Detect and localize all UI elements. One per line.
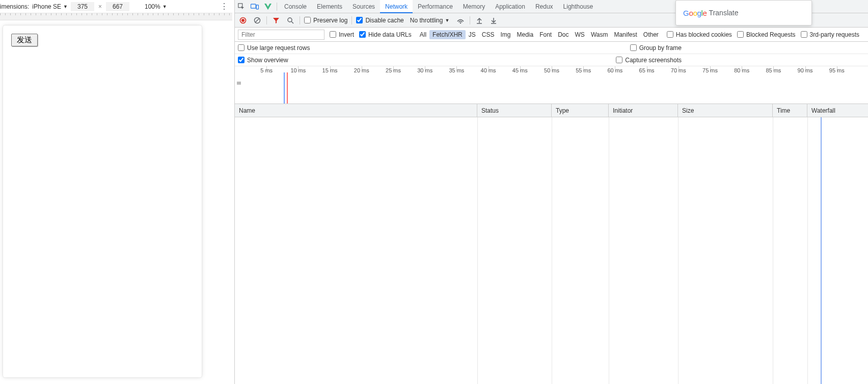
- overview-tick-label: 15 ms: [322, 67, 338, 73]
- export-har-icon[interactable]: [489, 15, 499, 25]
- tab-sources[interactable]: Sources: [347, 0, 380, 13]
- type-fetch-xhr[interactable]: Fetch/XHR: [429, 30, 466, 39]
- has-blocked-cookies-input[interactable]: [667, 31, 673, 38]
- type-manifest[interactable]: Manifest: [611, 30, 640, 39]
- ruler-tick: [15, 13, 16, 15]
- record-icon[interactable]: [238, 15, 248, 25]
- options-row-2: Show overview Capture screenshots: [235, 54, 868, 66]
- type-doc[interactable]: Doc: [555, 30, 572, 39]
- ruler-tick: [204, 13, 204, 15]
- capture-screenshots-input[interactable]: [616, 57, 622, 63]
- invert-checkbox[interactable]: Invert: [330, 31, 354, 38]
- col-divider: [678, 117, 679, 384]
- vue-icon[interactable]: [261, 0, 275, 13]
- third-party-input[interactable]: [801, 31, 807, 38]
- use-large-rows-input[interactable]: [238, 44, 245, 51]
- tab-performance[interactable]: Performance: [413, 0, 458, 13]
- group-by-frame-input[interactable]: [630, 44, 637, 51]
- hide-data-urls-checkbox[interactable]: Hide data URLs: [359, 31, 412, 38]
- ruler-tick: [117, 13, 118, 15]
- has-blocked-cookies-label: Has blocked cookies: [676, 31, 732, 38]
- type-all[interactable]: All: [417, 30, 429, 39]
- zoom-select[interactable]: 100% ▼: [145, 3, 167, 10]
- col-time[interactable]: Time: [773, 104, 807, 117]
- ruler-tick: [163, 13, 164, 15]
- group-by-frame-checkbox[interactable]: Group by frame: [630, 44, 682, 52]
- svg-line-6: [255, 18, 259, 22]
- disable-cache-input[interactable]: [356, 17, 363, 23]
- invert-input[interactable]: [330, 31, 336, 38]
- ruler-tick: [122, 13, 123, 15]
- use-large-rows-checkbox[interactable]: Use large request rows: [238, 44, 310, 52]
- filter-input[interactable]: [238, 30, 324, 40]
- svg-point-4: [241, 19, 245, 22]
- type-ws[interactable]: WS: [572, 30, 588, 39]
- separator: [300, 16, 300, 24]
- type-media[interactable]: Media: [513, 30, 536, 39]
- hide-data-urls-input[interactable]: [359, 31, 366, 38]
- timeline-overview[interactable]: 5 ms10 ms15 ms20 ms25 ms30 ms35 ms40 ms4…: [235, 66, 868, 104]
- zoom-value: 100%: [145, 3, 160, 10]
- disable-cache-checkbox[interactable]: Disable cache: [356, 17, 403, 24]
- throttling-select[interactable]: No throttling ▼: [408, 17, 452, 24]
- overview-tick-label: 70 ms: [671, 67, 686, 73]
- third-party-label: 3rd-party requests: [810, 31, 859, 38]
- kebab-icon[interactable]: ⋮: [220, 2, 228, 11]
- has-blocked-cookies-checkbox[interactable]: Has blocked cookies: [667, 31, 732, 38]
- col-status[interactable]: Status: [477, 104, 552, 117]
- type-wasm[interactable]: Wasm: [588, 30, 611, 39]
- type-img[interactable]: Img: [497, 30, 513, 39]
- import-har-icon[interactable]: [474, 15, 484, 25]
- overview-tick-label: 65 ms: [639, 67, 655, 73]
- dimensions-label: imensions:: [0, 3, 29, 10]
- col-waterfall[interactable]: Waterfall: [807, 104, 868, 117]
- tab-network[interactable]: Network: [380, 0, 413, 13]
- filter-icon[interactable]: [271, 15, 281, 25]
- width-input[interactable]: [71, 2, 94, 11]
- third-party-checkbox[interactable]: 3rd-party requests: [801, 31, 859, 38]
- google-translate-popup[interactable]: Google Translate: [675, 0, 812, 25]
- preserve-log-checkbox[interactable]: Preserve log: [304, 17, 347, 24]
- group-by-frame-label: Group by frame: [639, 44, 682, 52]
- col-name[interactable]: Name: [235, 104, 477, 117]
- device-toggle-icon[interactable]: [248, 0, 261, 13]
- show-overview-label: Show overview: [247, 57, 288, 64]
- col-initiator[interactable]: Initiator: [609, 104, 678, 117]
- caret-down-icon: ▼: [162, 4, 167, 9]
- ruler-tick: [188, 13, 189, 15]
- ruler-tick: [214, 13, 214, 15]
- search-icon[interactable]: [285, 15, 295, 25]
- send-button[interactable]: 发送: [11, 34, 38, 46]
- show-overview-input[interactable]: [238, 57, 245, 63]
- tab-lighthouse[interactable]: Lighthouse: [558, 0, 599, 13]
- ruler-tick: [183, 13, 184, 15]
- ruler-tick: [36, 13, 36, 15]
- clear-icon[interactable]: [252, 15, 262, 25]
- inspect-icon[interactable]: [235, 0, 248, 13]
- blocked-requests-checkbox[interactable]: Blocked Requests: [737, 31, 796, 38]
- height-input[interactable]: [106, 2, 129, 11]
- tab-redux[interactable]: Redux: [530, 0, 558, 13]
- tab-elements[interactable]: Elements: [312, 0, 347, 13]
- col-size[interactable]: Size: [678, 104, 773, 117]
- device-select[interactable]: iPhone SE ▼: [32, 3, 68, 10]
- type-font[interactable]: Font: [536, 30, 555, 39]
- options-row-1: Use large request rows Group by frame: [235, 42, 868, 54]
- capture-screenshots-checkbox[interactable]: Capture screenshots: [616, 57, 682, 64]
- blocked-requests-input[interactable]: [737, 31, 744, 38]
- overview-tick-label: 50 ms: [544, 67, 559, 73]
- ruler-tick: [194, 13, 194, 15]
- show-overview-checkbox[interactable]: Show overview: [238, 57, 288, 64]
- network-conditions-icon[interactable]: [455, 15, 466, 25]
- ruler-tick: [132, 13, 133, 15]
- preserve-log-input[interactable]: [304, 17, 311, 23]
- tab-console[interactable]: Console: [279, 0, 312, 13]
- type-js[interactable]: JS: [466, 30, 479, 39]
- type-other[interactable]: Other: [640, 30, 662, 39]
- tab-memory[interactable]: Memory: [458, 0, 490, 13]
- waterfall-line: [821, 117, 822, 384]
- tab-application[interactable]: Application: [490, 0, 530, 13]
- col-type[interactable]: Type: [552, 104, 609, 117]
- type-css[interactable]: CSS: [479, 30, 498, 39]
- ruler-tick: [71, 13, 72, 15]
